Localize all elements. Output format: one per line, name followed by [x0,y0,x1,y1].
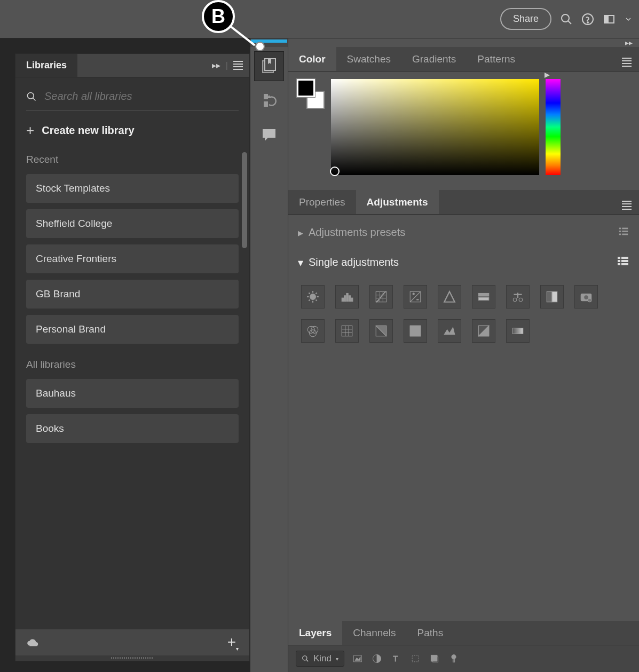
adjustment-posterize[interactable] [404,319,427,343]
svg-rect-87 [453,659,454,662]
tab-properties[interactable]: Properties [288,190,356,214]
search-icon [26,91,37,102]
comments-collapsed-icon[interactable] [254,120,284,149]
svg-point-77 [303,656,307,660]
svg-point-53 [513,298,517,302]
svg-marker-13 [545,73,550,78]
adjustment-color-balance[interactable] [506,285,530,309]
add-button[interactable]: +▾ [227,634,239,652]
color-picker-field[interactable] [331,79,539,175]
create-new-library-label: Create new library [42,124,134,137]
color-menu-icon[interactable] [543,72,551,79]
adjustment-levels[interactable] [335,285,359,309]
adjustment-curves[interactable] [369,285,393,309]
chevron-down-icon: ▾ [336,656,338,662]
library-item-creative-frontiers[interactable]: Creative Frontiers [26,244,239,273]
collapse-panel-icon[interactable]: ▸▸ [212,60,220,70]
adjustment-gradient-map[interactable] [472,319,495,343]
search-icon[interactable] [560,13,573,26]
svg-rect-38 [349,296,350,302]
panel-menu-icon[interactable] [622,201,632,210]
foreground-background-swatch[interactable] [297,79,325,109]
svg-rect-58 [552,291,557,302]
library-item-books[interactable]: Books [26,414,239,443]
tab-layers[interactable]: Layers [288,621,342,645]
filter-smart-objects-icon[interactable] [429,653,440,665]
tab-color[interactable]: Color [288,47,336,71]
svg-point-6 [28,92,34,99]
libraries-body: + Create new library Recent Stock Templa… [15,77,249,629]
adjustment-brightness-contrast[interactable] [301,285,325,309]
svg-point-61 [588,298,591,302]
workspace-switcher-icon[interactable] [603,13,616,26]
layer-filter-kind-select[interactable]: Kind ▾ [296,651,344,667]
filter-type-layers-icon[interactable]: T [390,653,402,665]
library-item-gb-brand[interactable]: GB Brand [26,280,239,309]
help-icon[interactable] [581,13,594,26]
chevron-down-icon[interactable] [624,13,633,26]
libraries-collapsed-icon[interactable] [254,51,284,81]
filter-pixel-layers-icon[interactable] [352,653,364,665]
history-collapsed-icon[interactable] [254,85,284,115]
layers-panel: Layers Channels Paths Kind ▾ T [288,621,639,672]
all-libraries-section-label: All libraries [26,359,239,370]
create-new-library-button[interactable]: + Create new library [26,122,239,139]
tab-adjustments[interactable]: Adjustments [356,190,439,214]
adjustments-presets-toggle[interactable]: ▸ Adjustments presets [298,225,629,240]
hue-slider[interactable] [546,79,561,175]
share-button[interactable]: Share [500,8,551,30]
tab-libraries[interactable]: Libraries [15,54,77,77]
adjustment-threshold[interactable] [438,319,461,343]
svg-rect-16 [619,231,621,232]
library-item-bauhaus[interactable]: Bauhaus [26,379,239,408]
svg-rect-17 [622,231,628,232]
svg-line-46 [410,291,421,302]
adjustment-exposure[interactable] [404,285,427,309]
tab-channels[interactable]: Channels [342,621,406,645]
adjustment-black-white[interactable] [540,285,564,309]
filter-toggle-switch[interactable] [448,653,460,665]
svg-rect-14 [619,228,621,230]
panel-menu-icon[interactable] [233,61,243,70]
filter-shape-layers-icon[interactable] [409,653,421,665]
svg-point-60 [584,295,589,300]
svg-line-7 [33,98,36,100]
svg-point-26 [310,294,316,300]
layers-filter-bar: Kind ▾ T [288,645,639,672]
list-view-icon[interactable] [618,225,629,240]
adjustment-photo-filter[interactable] [574,285,598,309]
foreground-color-swatch[interactable] [297,79,315,97]
list-view-icon[interactable] [617,255,629,270]
adjustment-hue-saturation[interactable] [472,285,495,309]
scrollbar-thumb[interactable] [242,152,247,248]
library-item-sheffield-college[interactable]: Sheffield College [26,209,239,238]
tab-swatches[interactable]: Swatches [336,47,401,71]
adjustment-invert[interactable] [369,319,393,343]
cloud-sync-icon[interactable] [26,637,40,648]
library-item-personal-brand[interactable]: Personal Brand [26,315,239,344]
tab-patterns[interactable]: Patterns [467,47,526,71]
panel-menu-icon[interactable] [622,58,632,67]
svg-rect-20 [618,257,620,259]
svg-rect-65 [342,326,352,336]
tab-gradients[interactable]: Gradients [401,47,467,71]
app-topbar: Share [0,0,639,38]
svg-rect-35 [342,298,343,302]
adjustment-vibrance[interactable] [438,285,461,309]
adjustment-channel-mixer[interactable] [301,319,325,343]
filter-adjustment-layers-icon[interactable] [371,653,383,665]
svg-rect-51 [478,294,489,296]
library-item-stock-templates[interactable]: Stock Templates [26,174,239,203]
adjustment-color-lookup[interactable] [335,319,359,343]
tab-paths[interactable]: Paths [407,621,454,645]
svg-line-33 [309,299,310,301]
collapse-dock-icon[interactable]: ▸▸ [288,38,639,47]
panel-resize-grip[interactable] [15,655,249,661]
svg-rect-71 [410,326,421,336]
libraries-panel: Libraries ▸▸ | + Create new library Rece… [15,53,250,661]
kind-label: Kind [313,653,332,664]
single-adjustments-toggle[interactable]: ▾ Single adjustments [298,255,629,270]
libraries-search-input[interactable] [44,90,239,102]
adjustment-selective-color[interactable] [506,319,530,343]
svg-rect-39 [351,298,353,302]
